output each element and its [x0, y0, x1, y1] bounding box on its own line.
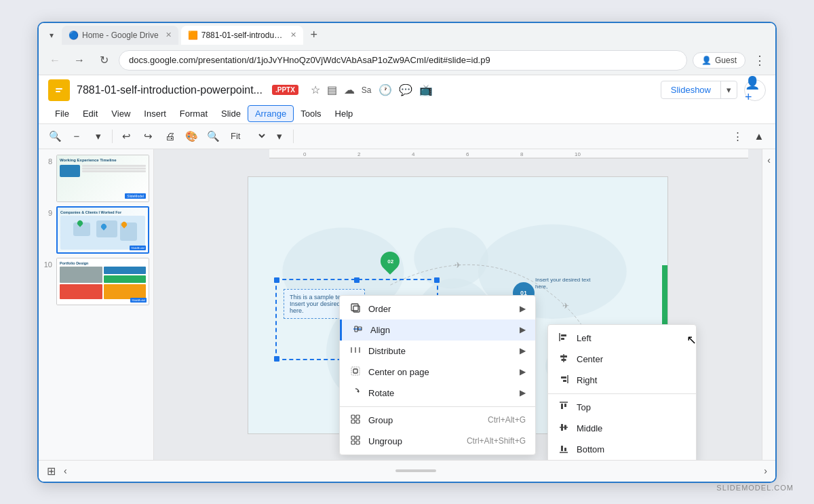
- guest-icon: 👤: [701, 56, 712, 65]
- menu-arrange[interactable]: Arrange: [248, 105, 294, 122]
- star-icon[interactable]: ☆: [311, 83, 320, 96]
- chrome-more-button[interactable]: ⋮: [751, 50, 769, 71]
- zoom-dropdown-button[interactable]: ▾: [89, 127, 108, 146]
- menu-edit[interactable]: Edit: [76, 106, 104, 121]
- distribute-icon: [349, 345, 362, 357]
- svg-rect-34: [356, 436, 360, 440]
- cloud-icon[interactable]: ☁: [344, 83, 355, 96]
- add-people-button[interactable]: 👤+: [744, 79, 766, 101]
- group-icon: [349, 414, 362, 426]
- slide-thumb-10[interactable]: 10 Portfolio Design S: [43, 258, 149, 305]
- text-box-2[interactable]: Insert your desired text here,: [530, 272, 604, 294]
- svg-rect-0: [54, 85, 64, 96]
- align-right-item[interactable]: Right: [548, 370, 696, 391]
- svg-rect-26: [351, 367, 360, 375]
- comment-icon[interactable]: 💬: [399, 83, 412, 96]
- align-top-item[interactable]: Top: [548, 397, 696, 418]
- slideshow-button[interactable]: Slideshow ▾: [661, 81, 737, 99]
- present-icon[interactable]: 📺: [419, 83, 433, 96]
- group-shortcut: Ctrl+Alt+G: [488, 415, 526, 425]
- menu-slide[interactable]: Slide: [214, 106, 248, 121]
- svg-rect-2: [56, 91, 60, 92]
- rotate-arrow-icon: ▶: [520, 388, 526, 398]
- slideshow-caret-icon[interactable]: ▾: [720, 81, 737, 98]
- rotate-icon: [349, 387, 362, 399]
- tab-slides[interactable]: 🟧 7881-01-self-introduction-pow... ✕: [181, 26, 303, 45]
- collapse-panel-button[interactable]: ‹: [64, 465, 67, 476]
- menu-item-center-on-page[interactable]: Center on page ▶: [340, 362, 535, 383]
- zoom-select[interactable]: Fit 50% 75% 100%: [225, 129, 267, 143]
- ungroup-shortcut: Ctrl+Alt+Shift+G: [467, 436, 526, 446]
- new-tab-button[interactable]: +: [306, 27, 322, 43]
- refresh-button[interactable]: ↻: [94, 51, 113, 70]
- history-icon[interactable]: 🕐: [379, 83, 392, 96]
- menu-file[interactable]: File: [48, 106, 76, 121]
- zoom-out-button[interactable]: −: [67, 127, 86, 146]
- align-left-item[interactable]: Left: [548, 328, 696, 349]
- menu-item-align[interactable]: Align ▶: [340, 319, 535, 341]
- align-center-item[interactable]: Center: [548, 349, 696, 370]
- slides-filename: 7881-01-self-introduction-powerpoint...: [77, 84, 263, 96]
- menu-item-ungroup[interactable]: Ungroup Ctrl+Alt+Shift+G: [340, 431, 535, 452]
- menu-format[interactable]: Format: [173, 106, 214, 121]
- tab-drive-close-icon[interactable]: ✕: [166, 31, 172, 39]
- svg-text:10: 10: [575, 151, 581, 157]
- toolbar-sep-1: [112, 130, 113, 143]
- svg-rect-18: [351, 304, 358, 311]
- order-icon: [349, 303, 362, 315]
- search-toolbar-button[interactable]: 🔍: [45, 127, 64, 146]
- menu-bar: File Edit View Insert Format Slide Arran…: [48, 104, 766, 123]
- align-middle-icon: [558, 423, 570, 434]
- slide-num-8: 8: [43, 157, 52, 166]
- svg-rect-39: [561, 338, 564, 340]
- align-middle-item[interactable]: Middle: [548, 418, 696, 439]
- right-panel-toggle[interactable]: ‹: [762, 149, 775, 460]
- grid-view-button[interactable]: ⊞: [47, 465, 56, 478]
- tab-drive[interactable]: 🔵 Home - Google Drive ✕: [62, 26, 178, 45]
- slide-img-9[interactable]: Companies & Clients I Worked For: [56, 206, 149, 254]
- guest-button[interactable]: 👤 Guest: [693, 52, 745, 69]
- forward-button[interactable]: →: [70, 51, 89, 70]
- align-icon: [351, 324, 364, 336]
- tab-dropdown[interactable]: ▾: [44, 28, 59, 43]
- menu-item-distribute[interactable]: Distribute ▶: [340, 341, 535, 362]
- menu-item-group[interactable]: Group Ctrl+Alt+G: [340, 410, 535, 431]
- menu-tools[interactable]: Tools: [294, 106, 328, 121]
- back-button[interactable]: ←: [45, 51, 64, 70]
- svg-marker-28: [357, 390, 359, 393]
- order-arrow-icon: ▶: [520, 304, 526, 313]
- menu-item-order[interactable]: Order ▶: [340, 298, 535, 319]
- center-on-page-icon: [349, 366, 362, 378]
- collapse-toolbar-button[interactable]: ▲: [750, 127, 769, 146]
- slide-thumb-8[interactable]: 8 Working Experience Timeline Slid: [43, 155, 149, 202]
- align-top-label: Top: [577, 402, 686, 412]
- drive-icon[interactable]: ▤: [327, 83, 337, 96]
- more-options-button[interactable]: ⋮: [728, 127, 747, 146]
- svg-rect-41: [560, 355, 567, 357]
- menu-help[interactable]: Help: [328, 106, 360, 121]
- slide-img-10[interactable]: Portfolio Design SlideModel: [56, 258, 149, 305]
- tab-slides-close-icon[interactable]: ✕: [290, 31, 296, 39]
- align-bottom-label: Bottom: [577, 444, 686, 454]
- align-arrow-icon: ▶: [520, 325, 526, 334]
- menu-insert[interactable]: Insert: [137, 106, 173, 121]
- address-input[interactable]: [119, 50, 687, 71]
- print-button[interactable]: 🖨: [160, 127, 179, 146]
- align-bottom-item[interactable]: Bottom: [548, 439, 696, 460]
- zoom-fit-caret[interactable]: ▾: [270, 127, 289, 146]
- zoom-fit-button[interactable]: 🔍: [204, 127, 222, 146]
- slide-thumb-9[interactable]: 9 Companies & Clients I Worked For: [43, 206, 149, 254]
- paint-format-button[interactable]: 🎨: [182, 127, 201, 146]
- align-left-icon: [558, 332, 570, 344]
- expand-panel-button[interactable]: ›: [764, 465, 767, 476]
- menu-view[interactable]: View: [104, 106, 137, 121]
- svg-rect-38: [561, 334, 566, 336]
- align-sep: [548, 393, 696, 394]
- redo-button[interactable]: ↪: [138, 127, 157, 146]
- slide-img-8[interactable]: Working Experience Timeline SlideModel: [56, 155, 149, 202]
- svg-text:2: 2: [357, 151, 361, 157]
- undo-button[interactable]: ↩: [117, 127, 136, 146]
- slides-app-icon: [48, 79, 70, 101]
- distribute-label: Distribute: [368, 346, 513, 356]
- menu-item-rotate[interactable]: Rotate ▶: [340, 383, 535, 404]
